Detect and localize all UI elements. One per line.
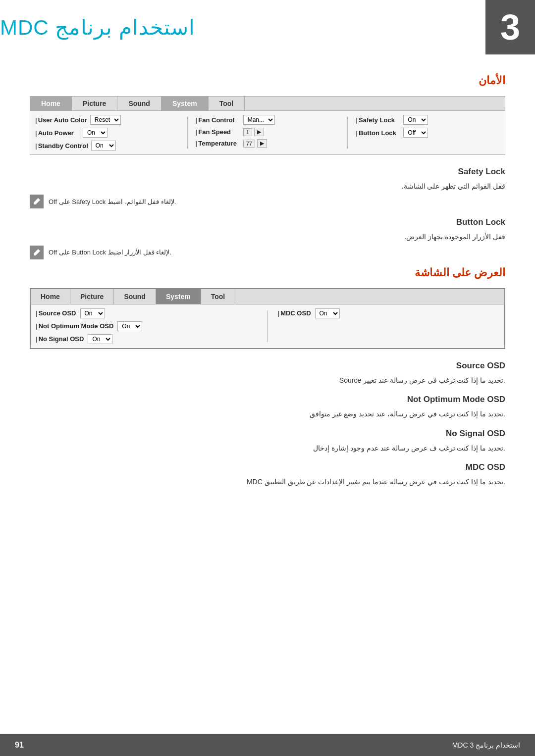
panel1-col3: Safety Lock OnOff Button Lock OffOn <box>356 115 500 151</box>
panel1-tabs: Home Picture Sound System Tool <box>30 97 505 111</box>
osd-col2: MDC OSD OnOff <box>278 308 500 344</box>
safety-lock-note-row: .لإلغاء قفل القوائم، اضبط Safety Lock عل… <box>30 195 505 208</box>
button-lock-desc: قفل الأزرار الموجودة بجهاز العرض. <box>30 231 505 242</box>
fan-control-select[interactable]: Man...Auto <box>243 115 275 125</box>
panel1-body: User Auto Color Reset Auto Power OnOff S… <box>30 111 505 154</box>
page-footer: 91 MDC استخدام برنامج 3 <box>0 734 535 756</box>
fan-speed-control[interactable]: 1 ▶ <box>243 128 264 136</box>
safety-lock-control[interactable]: OnOff <box>403 115 428 125</box>
temperature-label: Temperature <box>196 140 240 147</box>
temperature-control[interactable]: 77 ▶ <box>243 139 267 148</box>
no-signal-label: No Signal OSD <box>36 335 84 343</box>
footer-text: MDC استخدام برنامج 3 <box>452 741 520 749</box>
standby-control-control[interactable]: OnOff <box>91 141 116 151</box>
user-auto-color-control[interactable]: Reset <box>90 115 121 125</box>
source-osd-desc: .تحديد ما إذا كنت ترغب في عرض رسالة عند … <box>30 375 505 386</box>
auto-power-control[interactable]: OnOff <box>83 128 107 138</box>
osd-panel-body: Source OSD OnOff Not Optimum Mode OSD On… <box>31 304 504 348</box>
panel1-row-fancontrol: Fan Control Man...Auto <box>196 115 340 125</box>
osd-row-nosignal: No Signal OSD OnOff <box>36 334 258 344</box>
panel1-col1: User Auto Color Reset Auto Power OnOff S… <box>35 115 179 151</box>
source-osd-title: Source OSD <box>30 361 505 371</box>
panel1-row-autopower: Auto Power OnOff <box>35 128 179 138</box>
not-optimum-select[interactable]: OnOff <box>117 321 142 331</box>
osd-row-sourceosd: Source OSD OnOff <box>36 308 258 318</box>
button-lock-select[interactable]: OffOn <box>403 128 428 138</box>
panel1-row-standby: Standby Control OnOff <box>35 141 179 151</box>
osd-tab-picture[interactable]: Picture <box>70 289 114 304</box>
no-signal-title: No Signal OSD <box>30 429 505 439</box>
mdc-osd-select[interactable]: OnOff <box>315 308 340 318</box>
safety-lock-title: Safety Lock <box>30 167 505 177</box>
section1-heading: الأمان <box>30 74 505 87</box>
not-optimum-desc: .تحديد ما إذا كنت ترغب في عرض رسالة، عند… <box>30 408 505 419</box>
osd-tab-sound[interactable]: Sound <box>114 289 156 304</box>
osd-tab-system[interactable]: System <box>156 289 201 304</box>
col-separator1 <box>187 117 188 149</box>
not-optimum-label: Not Optimum Mode OSD <box>36 322 113 330</box>
safety-lock-note: .لإلغاء قفل القوائم، اضبط Safety Lock عل… <box>49 198 176 205</box>
pencil-icon-2 <box>32 248 41 257</box>
fan-speed-value: 1 <box>243 128 252 136</box>
footer-page-number: 91 <box>15 741 24 750</box>
temperature-value: 77 <box>243 140 255 148</box>
osd-row-mdcosd: MDC OSD OnOff <box>278 308 500 318</box>
auto-power-select[interactable]: OnOff <box>83 128 107 138</box>
pencil-icon <box>32 197 41 206</box>
panel1-row-buttonlock: Button Lock OffOn <box>356 128 500 138</box>
standby-control-label: Standby Control <box>35 142 88 150</box>
button-lock-note: .لإلغاء قفل الأزرار اضبط Button Lock على… <box>49 249 171 256</box>
no-signal-select[interactable]: OnOff <box>88 334 112 344</box>
section2-heading: العرض على الشاشة <box>30 266 505 279</box>
fan-speed-label: Fan Speed <box>196 128 240 136</box>
osd-col1: Source OSD OnOff Not Optimum Mode OSD On… <box>36 308 258 344</box>
panel1-row-fanspeed: Fan Speed 1 ▶ <box>196 128 340 136</box>
security-panel: Home Picture Sound System Tool User Auto… <box>30 96 505 155</box>
osd-panel: Home Picture Sound System Tool Source OS… <box>30 288 505 349</box>
note-icon-1 <box>30 195 44 208</box>
button-lock-title: Button Lock <box>30 217 505 227</box>
panel1-row-safetylock: Safety Lock OnOff <box>356 115 500 125</box>
mdc-osd-title: MDC OSD <box>30 462 505 472</box>
fan-control-control[interactable]: Man...Auto <box>243 115 275 125</box>
col-separator2 <box>347 117 348 149</box>
safety-lock-desc: قفل القوائم التي تظهر على الشاشة. <box>30 181 505 192</box>
button-lock-label: Button Lock <box>356 129 400 137</box>
tab-sound[interactable]: Sound <box>117 97 161 110</box>
source-osd-select[interactable]: OnOff <box>80 308 105 318</box>
standby-control-select[interactable]: OnOff <box>91 141 116 151</box>
user-auto-color-label: User Auto Color <box>35 116 87 124</box>
safety-lock-label: Safety Lock <box>356 116 400 124</box>
button-lock-control[interactable]: OffOn <box>403 128 428 138</box>
temperature-arrow[interactable]: ▶ <box>257 139 267 148</box>
user-auto-color-select[interactable]: Reset <box>90 115 121 125</box>
main-content: الأمان Home Picture Sound System Tool Us… <box>0 54 535 520</box>
fan-speed-arrow[interactable]: ▶ <box>254 128 264 136</box>
osd-tab-home[interactable]: Home <box>31 289 70 304</box>
tab-home[interactable]: Home <box>30 97 72 110</box>
tab-system[interactable]: System <box>161 97 209 110</box>
mdc-osd-desc: .تحديد ما إذا كنت ترغب في عرض رسالة عندم… <box>30 476 505 487</box>
not-optimum-title: Not Optimum Mode OSD <box>30 395 505 404</box>
panel1-row-temperature: Temperature 77 ▶ <box>196 139 340 148</box>
osd-col-separator <box>268 310 268 342</box>
tab-tool[interactable]: Tool <box>209 97 245 110</box>
page-title: استخدام برنامج MDC <box>0 15 195 40</box>
fan-control-label: Fan Control <box>196 116 240 124</box>
auto-power-label: Auto Power <box>35 129 80 137</box>
panel1-row-userautocolor: User Auto Color Reset <box>35 115 179 125</box>
no-signal-desc: .تحديد ما إذا كنت ترغب ف عرض رسالة عند ع… <box>30 443 505 454</box>
osd-panel-tabs: Home Picture Sound System Tool <box>31 289 504 304</box>
note-icon-2 <box>30 246 44 259</box>
button-lock-note-row: .لإلغاء قفل الأزرار اضبط Button Lock على… <box>30 246 505 259</box>
osd-tab-tool[interactable]: Tool <box>201 289 236 304</box>
page-header: استخدام برنامج MDC 3 <box>0 0 535 54</box>
source-osd-label: Source OSD <box>36 309 76 317</box>
mdc-osd-label: MDC OSD <box>278 309 311 317</box>
osd-row-notoptimum: Not Optimum Mode OSD OnOff <box>36 321 258 331</box>
safety-lock-select[interactable]: OnOff <box>403 115 428 125</box>
tab-picture[interactable]: Picture <box>72 97 117 110</box>
panel1-col2: Fan Control Man...Auto Fan Speed 1 ▶ Tem… <box>196 115 340 151</box>
chapter-badge: 3 <box>485 0 535 54</box>
